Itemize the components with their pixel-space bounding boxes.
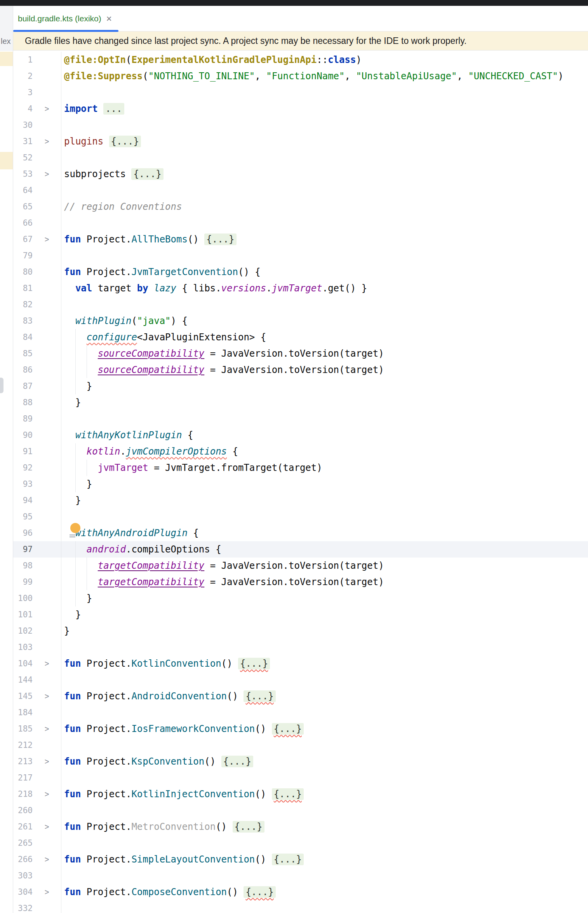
line-number[interactable]: 52 — [13, 150, 33, 166]
code-row-line-67[interactable]: 67>fun Project.AllTheBoms() {...} — [13, 231, 588, 247]
code-line[interactable]: plugins {...} — [61, 133, 588, 150]
line-number[interactable]: 103 — [13, 639, 33, 655]
code-row-line-91[interactable]: 91 kotlin.jvmCompilerOptions { — [13, 443, 588, 460]
code-line[interactable]: fun Project.AndroidConvention() {...} — [61, 688, 588, 704]
line-number[interactable]: 144 — [13, 672, 33, 688]
line-number[interactable]: 93 — [13, 476, 33, 492]
code-row-line-53[interactable]: 53>subprojects {...} — [13, 166, 588, 182]
line-number[interactable]: 4 — [13, 101, 33, 117]
line-number[interactable]: 213 — [13, 753, 33, 770]
fold-arrow-icon[interactable]: > — [33, 133, 61, 150]
close-icon[interactable]: ✕ — [106, 14, 112, 23]
code-line[interactable] — [61, 704, 588, 721]
code-line[interactable]: } — [61, 623, 588, 639]
fold-arrow-icon[interactable]: > — [33, 688, 61, 704]
code-line[interactable]: @file:Suppress("NOTHING_TO_INLINE", "Fun… — [61, 68, 588, 84]
line-number[interactable]: 81 — [13, 280, 33, 296]
code-line[interactable]: configure<JavaPluginExtension> { — [61, 329, 588, 345]
code-line[interactable] — [61, 215, 588, 231]
code-line[interactable]: } — [61, 606, 588, 623]
code-line[interactable]: @file:OptIn(ExperimentalKotlinGradlePlug… — [61, 52, 588, 68]
fold-arrow-icon[interactable]: > — [33, 753, 61, 770]
code-row-line-265[interactable]: 265 — [13, 835, 588, 851]
line-number[interactable]: 260 — [13, 802, 33, 819]
intention-bulb-icon[interactable] — [70, 523, 80, 533]
code-row-line-80[interactable]: 80fun Project.JvmTargetConvention() { — [13, 264, 588, 280]
code-line[interactable] — [61, 737, 588, 753]
code-line[interactable] — [61, 639, 588, 655]
code-row-line-185[interactable]: 185>fun Project.IosFrameworkConvention()… — [13, 721, 588, 737]
code-row-line-104[interactable]: 104>fun Project.KotlinConvention() {...} — [13, 655, 588, 672]
code-row-line-30[interactable]: 30 — [13, 117, 588, 133]
fold-arrow-icon[interactable]: > — [33, 819, 61, 835]
line-number[interactable]: 53 — [13, 166, 33, 182]
code-line[interactable] — [61, 84, 588, 101]
line-number[interactable]: 94 — [13, 492, 33, 509]
code-row-line-184[interactable]: 184 — [13, 704, 588, 721]
code-row-line-81[interactable]: 81 val target by lazy { libs.versions.jv… — [13, 280, 588, 296]
code-line[interactable] — [61, 509, 588, 525]
code-row-line-3[interactable]: 3 — [13, 84, 588, 101]
code-line[interactable]: val target by lazy { libs.versions.jvmTa… — [61, 280, 588, 296]
line-number[interactable]: 104 — [13, 655, 33, 672]
line-number[interactable]: 99 — [13, 574, 33, 590]
line-number[interactable]: 67 — [13, 231, 33, 247]
code-line[interactable]: fun Project.KotlinInjectConvention() {..… — [61, 786, 588, 802]
code-row-line-89[interactable]: 89 — [13, 411, 588, 427]
code-line[interactable]: } — [61, 590, 588, 606]
line-number[interactable]: 101 — [13, 606, 33, 623]
code-row-line-303[interactable]: 303 — [13, 868, 588, 884]
code-row-line-144[interactable]: 144 — [13, 672, 588, 688]
line-number[interactable]: 65 — [13, 199, 33, 215]
line-number[interactable]: 95 — [13, 509, 33, 525]
code-row-line-31[interactable]: 31>plugins {...} — [13, 133, 588, 150]
line-number[interactable]: 82 — [13, 296, 33, 313]
line-number[interactable]: 84 — [13, 329, 33, 345]
code-row-line-88[interactable]: 88 } — [13, 394, 588, 411]
line-number[interactable]: 2 — [13, 68, 33, 84]
code-line[interactable] — [61, 182, 588, 199]
code-line[interactable]: // region Conventions — [61, 199, 588, 215]
line-number[interactable]: 185 — [13, 721, 33, 737]
code-line[interactable]: import ... — [61, 101, 588, 117]
code-line[interactable]: } — [61, 476, 588, 492]
code-row-line-90[interactable]: 90 withAnyKotlinPlugin { — [13, 427, 588, 443]
code-row-line-102[interactable]: 102} — [13, 623, 588, 639]
line-number[interactable]: 85 — [13, 345, 33, 362]
code-line[interactable]: kotlin.jvmCompilerOptions { — [61, 443, 588, 460]
fold-arrow-icon[interactable]: > — [33, 786, 61, 802]
line-number[interactable]: 30 — [13, 117, 33, 133]
line-number[interactable]: 98 — [13, 558, 33, 574]
code-row-line-212[interactable]: 212 — [13, 737, 588, 753]
line-number[interactable]: 96 — [13, 525, 33, 541]
code-line[interactable]: fun Project.JvmTargetConvention() { — [61, 264, 588, 280]
code-line[interactable] — [61, 770, 588, 786]
code-line[interactable]: } — [61, 378, 588, 394]
code-row-line-96[interactable]: 96 withAnyAndroidPlugin { — [13, 525, 588, 541]
fold-arrow-icon[interactable]: > — [33, 884, 61, 900]
fold-arrow-icon[interactable]: > — [33, 851, 61, 868]
tab-build-gradle-kts[interactable]: build.gradle.kts (lexiko) ✕ — [13, 6, 118, 31]
line-number[interactable]: 3 — [13, 84, 33, 101]
code-row-line-103[interactable]: 103 — [13, 639, 588, 655]
code-line[interactable] — [61, 835, 588, 851]
code-row-line-94[interactable]: 94 } — [13, 492, 588, 509]
code-row-line-332[interactable]: 332 — [13, 900, 588, 913]
code-line[interactable] — [61, 868, 588, 884]
line-number[interactable]: 184 — [13, 704, 33, 721]
code-row-line-83[interactable]: 83 withPlugin("java") { — [13, 313, 588, 329]
code-row-line-304[interactable]: 304>fun Project.ComposeConvention() {...… — [13, 884, 588, 900]
code-line[interactable]: targetCompatibility = JavaVersion.toVers… — [61, 558, 588, 574]
fold-arrow-icon[interactable]: > — [33, 721, 61, 737]
code-line[interactable]: fun Project.ComposeConvention() {...} — [61, 884, 588, 900]
code-row-line-213[interactable]: 213>fun Project.KspConvention() {...} — [13, 753, 588, 770]
line-number[interactable]: 89 — [13, 411, 33, 427]
code-line[interactable] — [61, 900, 588, 913]
fold-arrow-icon[interactable]: > — [33, 655, 61, 672]
line-number[interactable]: 332 — [13, 900, 33, 913]
tool-window-button-lexiko[interactable]: lex — [1, 37, 13, 46]
code-line[interactable]: subprojects {...} — [61, 166, 588, 182]
code-line[interactable]: fun Project.AllTheBoms() {...} — [61, 231, 588, 247]
code-line[interactable]: targetCompatibility = JavaVersion.toVers… — [61, 574, 588, 590]
code-line[interactable]: fun Project.KspConvention() {...} — [61, 753, 588, 770]
